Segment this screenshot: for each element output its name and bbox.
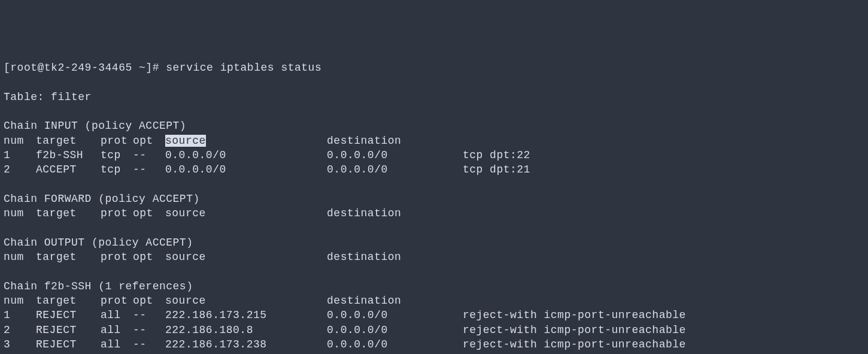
rule-source: 0.0.0.0/0 [165,148,327,162]
hdr-target: target [36,294,101,308]
rule-num: 1 [4,148,36,162]
blank-line [4,177,864,192]
rule-destination: 0.0.0.0/0 [327,308,463,322]
rule-prot: all [101,308,133,322]
rule-target: REJECT [36,308,101,322]
rule-row: 4REJECTall--49.88.112.680.0.0.0/0reject-… [4,352,864,354]
table-line: Table: filter [4,90,864,104]
hdr-source-wrap: source [165,134,327,148]
chain-title: Chain FORWARD (policy ACCEPT) [4,192,864,206]
hdr-source: source [165,294,327,308]
rule-source: 222.186.173.238 [165,337,327,352]
hdr-prot: prot [101,294,133,308]
hdr-source: source [165,250,327,264]
hdr-destination: destination [327,294,463,308]
rule-prot: all [101,352,133,354]
rule-target: REJECT [36,352,101,354]
rule-opt: -- [133,148,165,162]
chain-header-row: numtargetprotoptsourcedestination [4,134,864,148]
rule-prot: all [101,337,133,352]
hdr-prot: prot [101,250,133,264]
rule-destination: 0.0.0.0/0 [327,323,463,337]
rule-row: 1f2b-SSHtcp--0.0.0.0/00.0.0.0/0tcp dpt:2… [4,148,864,162]
rule-source: 0.0.0.0/0 [165,162,327,177]
chain-header-row: numtargetprotoptsourcedestination [4,294,864,308]
rule-destination: 0.0.0.0/0 [327,352,463,354]
chain-title: Chain OUTPUT (policy ACCEPT) [4,235,864,250]
rule-num: 1 [4,308,36,322]
rule-prot: all [101,323,133,337]
rule-destination: 0.0.0.0/0 [327,337,463,352]
hdr-opt: opt [133,134,165,148]
hdr-destination: destination [327,134,463,148]
rule-source: 49.88.112.68 [165,352,327,354]
hdr-destination: destination [327,206,463,220]
hdr-opt: opt [133,294,165,308]
rule-target: f2b-SSH [36,148,101,162]
rule-target: REJECT [36,323,101,337]
hdr-num: num [4,294,36,308]
hdr-target: target [36,250,101,264]
rule-num: 2 [4,323,36,337]
hdr-source: source [165,206,327,220]
rule-target: ACCEPT [36,162,101,177]
hdr-target: target [36,134,101,148]
rule-opt: -- [133,337,165,352]
rule-num: 4 [4,352,36,354]
chain-header-row: numtargetprotoptsourcedestination [4,206,864,220]
hdr-opt: opt [133,206,165,220]
rule-source: 222.186.173.215 [165,308,327,322]
hdr-opt: opt [133,250,165,264]
rule-prot: tcp [101,148,133,162]
chain-header-row: numtargetprotoptsourcedestination [4,250,864,264]
rule-extra: reject-with icmp-port-unreachable [463,338,686,350]
rule-opt: -- [133,162,165,177]
rule-target: REJECT [36,337,101,352]
rule-source: 222.186.180.8 [165,323,327,337]
rule-extra: tcp dpt:21 [463,164,530,176]
rule-row: 2REJECTall--222.186.180.80.0.0.0/0reject… [4,323,864,337]
chain-title: Chain f2b-SSH (1 references) [4,279,864,294]
blank-line [4,264,864,279]
rule-extra: reject-with icmp-port-unreachable [463,309,686,321]
hdr-num: num [4,134,36,148]
rule-opt: -- [133,352,165,354]
rule-opt: -- [133,323,165,337]
rule-destination: 0.0.0.0/0 [327,148,463,162]
blank-line [4,220,864,235]
hdr-num: num [4,250,36,264]
rule-extra: tcp dpt:22 [463,149,530,161]
hdr-num: num [4,206,36,220]
hdr-destination: destination [327,250,463,264]
prompt-line[interactable]: [root@tk2-249-34465 ~]# service iptables… [4,60,864,75]
rule-opt: -- [133,308,165,322]
command-text: service iptables status [166,62,321,74]
chain-title: Chain INPUT (policy ACCEPT) [4,119,864,133]
hdr-source[interactable]: source [165,135,206,147]
rule-row: 1REJECTall--222.186.173.2150.0.0.0/0reje… [4,308,864,322]
rule-num: 2 [4,162,36,177]
rule-num: 3 [4,337,36,352]
rule-row: 2ACCEPTtcp--0.0.0.0/00.0.0.0/0tcp dpt:21 [4,162,864,177]
hdr-prot: prot [101,206,133,220]
hdr-prot: prot [101,134,133,148]
prompt-prefix: [root@tk2-249-34465 ~]# [4,62,166,74]
chains-container: Chain INPUT (policy ACCEPT)numtargetprot… [4,119,864,354]
rule-extra: reject-with icmp-port-unreachable [463,324,686,336]
hdr-target: target [36,206,101,220]
rule-prot: tcp [101,162,133,177]
rule-destination: 0.0.0.0/0 [327,162,463,177]
rule-row: 3REJECTall--222.186.173.2380.0.0.0/0reje… [4,337,864,352]
